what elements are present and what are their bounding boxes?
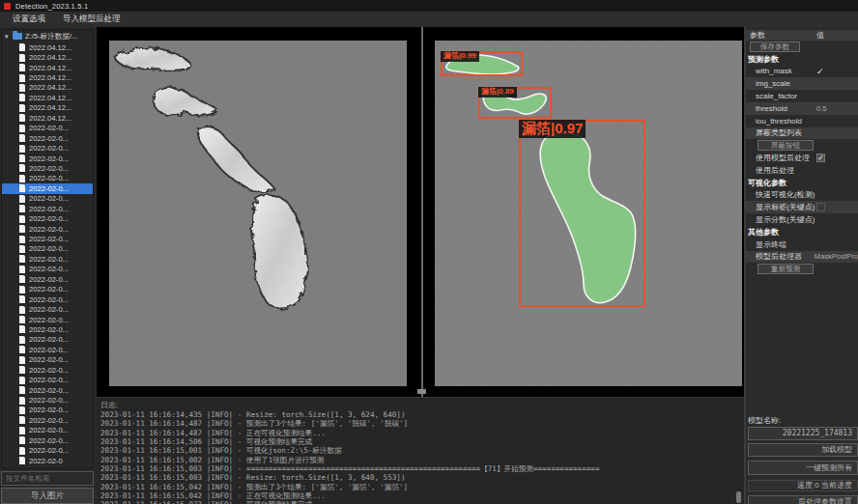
tree-item-label: 2022.04.12... xyxy=(29,64,72,72)
tree-item[interactable]: 2022-02-0... xyxy=(2,183,93,193)
parameter-row[interactable]: 显示终端 xyxy=(746,238,858,251)
tree-item[interactable]: 2022-02-0... xyxy=(2,406,93,415)
tree-item[interactable]: 2022-02-0... xyxy=(2,355,93,365)
tree-item[interactable]: 2022.04.12... xyxy=(2,83,93,93)
tree-item[interactable]: 2022-02-0 xyxy=(2,456,93,465)
tree-item[interactable]: 2022-02-0... xyxy=(2,294,93,304)
tree-item[interactable]: 2022-02-0... xyxy=(2,426,93,435)
tree-item[interactable]: 2022-02-0... xyxy=(2,345,93,354)
tree-item[interactable]: 2022-02-0... xyxy=(2,324,93,334)
tree-item[interactable]: 2022-02-0... xyxy=(2,304,93,314)
file-icon xyxy=(19,125,25,132)
tree-item[interactable]: 2022-02-0... xyxy=(2,133,93,143)
file-tree[interactable]: ▾ Z:/5-标注数据/... 2022.04.12...2022.04.12.… xyxy=(1,29,94,469)
checkbox-checked[interactable]: ✓ xyxy=(816,154,825,162)
param-value: 0.5 xyxy=(816,104,827,113)
tree-item[interactable]: 2022-02-0... xyxy=(2,254,93,264)
tree-item[interactable]: 2022-02-0... xyxy=(2,224,93,234)
tree-item[interactable]: 2022.04.12... xyxy=(2,72,93,82)
import-image-button[interactable]: 导入图片 xyxy=(1,488,94,504)
source-image-panel[interactable] xyxy=(109,41,407,386)
tree-item[interactable]: 2022-02-0... xyxy=(2,234,93,243)
tree-item[interactable]: 2022.04.12... xyxy=(2,103,93,113)
tree-item[interactable]: 2022-02-0... xyxy=(2,395,93,405)
menu-bar: 设置选项 导入模型后处理 xyxy=(0,12,858,27)
tree-item[interactable]: 2022-02-0... xyxy=(2,213,93,223)
parameter-row[interactable]: 模型后处理器MaskPostPro xyxy=(746,251,858,264)
tree-item-label: 2022-02-0... xyxy=(29,386,69,395)
param-button[interactable]: 屏蔽按钮 xyxy=(758,140,814,151)
log-line: 2023-01-11 16:16:14,487 |INFO| - 预测出了3个结… xyxy=(100,419,744,428)
tree-item[interactable]: 2022-02-0... xyxy=(2,435,93,445)
prediction-image-panel[interactable]: 漏箔|0.99漏箔|0.89漏箔|0.97 xyxy=(435,41,742,386)
parameter-row[interactable]: 屏蔽类型列表 xyxy=(746,127,858,140)
tree-item[interactable]: 2022.04.12... xyxy=(2,93,93,102)
parameter-row[interactable]: threshold0.5 xyxy=(746,102,858,115)
parameter-row[interactable]: 快速可视化(检测) xyxy=(746,189,858,202)
tree-item-label: 2022-02-0... xyxy=(29,124,69,132)
tree-item-label: 2022-02-0... xyxy=(29,346,69,354)
checkbox-empty[interactable] xyxy=(816,203,825,211)
postprocess-settings-button[interactable]: 后处理参数设置 xyxy=(748,495,858,504)
file-icon xyxy=(19,356,25,364)
tree-item[interactable]: 2022-02-0... xyxy=(2,365,93,375)
tree-item[interactable]: 2022.04.12... xyxy=(2,52,93,62)
tree-item[interactable]: 2022-02-0... xyxy=(2,315,93,324)
splitter-handle[interactable] xyxy=(417,389,426,394)
tree-item[interactable]: 2022-02-0... xyxy=(2,285,93,294)
tree-item[interactable]: 2022-02-0... xyxy=(2,274,93,284)
param-label: 显示分数(关键点) xyxy=(746,214,816,225)
parameter-row[interactable]: 使用后处理 xyxy=(746,164,858,177)
panel-splitter[interactable] xyxy=(421,27,423,397)
parameter-row[interactable]: 显示分数(关键点) xyxy=(746,213,858,226)
param-button[interactable]: 重新预测 xyxy=(758,264,814,274)
predict-all-button[interactable]: 一键预测所有 xyxy=(748,461,858,475)
tree-item[interactable]: 2022-02-0... xyxy=(2,163,93,173)
tree-item[interactable]: 2022.04.12... xyxy=(2,113,93,123)
parameter-row[interactable]: img_scale xyxy=(746,77,858,90)
log-title: 日志: xyxy=(100,400,744,410)
tree-item-label: 2022-02-0... xyxy=(29,285,69,294)
tree-item[interactable]: 2022-02-0... xyxy=(2,415,93,425)
tree-item[interactable]: 2022-02-0... xyxy=(2,124,93,133)
folder-icon xyxy=(13,33,22,40)
parameter-row[interactable]: 屏蔽按钮 xyxy=(746,139,858,152)
file-icon xyxy=(19,427,25,434)
parameter-row[interactable]: iou_threshold xyxy=(746,115,858,127)
parameter-row[interactable]: scale_factor xyxy=(746,90,858,102)
tree-item[interactable]: 2022-02-0... xyxy=(2,335,93,345)
log-scrollbar[interactable] xyxy=(736,491,741,503)
search-input[interactable] xyxy=(1,471,94,486)
tree-item[interactable]: 2022.04.12... xyxy=(2,63,93,72)
tree-item[interactable]: 2022-02-0... xyxy=(2,385,93,395)
parameter-row[interactable]: with_mask✓ xyxy=(746,66,858,78)
tree-item[interactable]: 2022-02-0... xyxy=(2,244,93,254)
tree-item[interactable]: 2022-02-0... xyxy=(2,446,93,456)
tree-item-label: 2022-02-0... xyxy=(29,214,69,223)
parameter-row[interactable]: 重新预测 xyxy=(746,263,858,275)
parameter-section: 可视化参数 xyxy=(746,177,858,189)
tree-item-label: 2022-02-0... xyxy=(29,174,69,182)
progress-status: 速度:0 当前进度 xyxy=(748,480,858,491)
tree-item[interactable]: 2022-02-0... xyxy=(2,174,93,183)
tree-item[interactable]: 2022-02-0... xyxy=(2,154,93,163)
file-icon xyxy=(19,275,25,283)
load-model-button[interactable]: 加载模型 xyxy=(748,443,858,457)
param-button[interactable]: 保存参数 xyxy=(750,42,800,52)
chevron-down-icon[interactable]: ▾ xyxy=(5,33,13,41)
tree-item[interactable]: 2022.04.12... xyxy=(2,42,93,52)
tree-root[interactable]: ▾ Z:/5-标注数据/... xyxy=(2,30,93,42)
file-icon xyxy=(19,406,25,414)
parameter-row[interactable]: 显示标签(关键点) xyxy=(746,201,858,213)
tree-item[interactable]: 2022-02-0... xyxy=(2,375,93,384)
file-icon xyxy=(19,255,25,263)
tree-item[interactable]: 2022-02-0... xyxy=(2,204,93,213)
menu-settings[interactable]: 设置选项 xyxy=(6,12,52,27)
log-panel[interactable]: 日志: 2023-01-11 16:16:14,435 |INFO| - Res… xyxy=(97,397,744,504)
tree-item[interactable]: 2022-02-0... xyxy=(2,143,93,153)
tree-item[interactable]: 2022-02-0... xyxy=(2,265,93,274)
parameter-row[interactable]: 使用模型后处理✓ xyxy=(746,152,858,164)
menu-import-postprocess[interactable]: 导入模型后处理 xyxy=(56,12,128,27)
tree-item[interactable]: 2022-02-0... xyxy=(2,194,93,204)
parameter-row[interactable]: 保存参数 xyxy=(746,41,858,53)
